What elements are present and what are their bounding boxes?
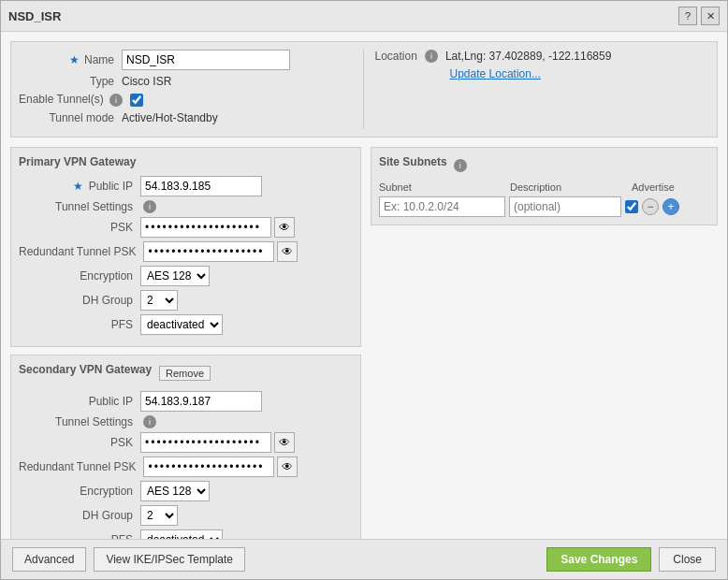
primary-pfs-select[interactable]: deactivated activated	[140, 314, 223, 335]
primary-public-ip-row: ★ Public IP	[19, 176, 353, 196]
main-panels: Primary VPN Gateway ★ Public IP Tunnel S…	[10, 147, 718, 539]
dialog-content: ★ Name Type Cisco ISR Enable Tunnel(s) i	[1, 32, 727, 539]
secondary-dh-group-label: DH Group	[19, 509, 140, 522]
right-panel: Site Subnets i Subnet Description Advert…	[371, 147, 718, 539]
secondary-vpn-panel: Secondary VPN Gateway Remove Public IP T…	[10, 355, 361, 539]
secondary-redundant-psk-show-button[interactable]: 👁	[277, 457, 298, 477]
type-row: Type Cisco ISR	[19, 75, 354, 88]
primary-dh-group-row: DH Group 1 2 5 14	[19, 290, 353, 311]
add-subnet-button[interactable]: +	[662, 198, 679, 215]
secondary-psk-field: 👁	[140, 432, 295, 453]
secondary-pfs-row: PFS deactivated activated	[19, 529, 353, 539]
secondary-psk-show-button[interactable]: 👁	[274, 432, 295, 453]
primary-psk-input[interactable]	[140, 217, 271, 238]
primary-dh-group-select[interactable]: 1 2 5 14	[140, 290, 178, 311]
primary-tunnel-settings-row: Tunnel Settings i	[19, 200, 353, 213]
enable-tunnels-checkbox[interactable]	[130, 94, 143, 107]
dialog-footer: Advanced View IKE/IPSec Template Save Ch…	[1, 539, 727, 579]
save-changes-button[interactable]: Save Changes	[546, 547, 651, 572]
secondary-redundant-psk-input[interactable]	[143, 457, 274, 477]
secondary-encryption-select[interactable]: AES 128 AES 256 3DES	[140, 481, 210, 501]
type-label: Type	[19, 75, 122, 88]
description-input[interactable]	[509, 196, 621, 217]
site-subnets-header: Site Subnets i	[379, 155, 709, 176]
primary-encryption-label: Encryption	[19, 269, 140, 283]
tunnel-mode-row: Tunnel mode Active/Hot-Standby	[19, 111, 354, 124]
dialog-window: NSD_ISR ? ✕ ★ Name Type Cisco ISR	[0, 0, 728, 580]
dialog-title: NSD_ISR	[8, 9, 61, 23]
site-subnets-title: Site Subnets	[379, 155, 447, 168]
primary-redundant-psk-row: Redundant Tunnel PSK 👁	[19, 241, 353, 262]
primary-encryption-row: Encryption AES 128 AES 256 3DES	[19, 266, 353, 286]
footer-right: Save Changes Close	[546, 547, 716, 572]
enable-tunnels-info-icon[interactable]: i	[109, 94, 123, 107]
secondary-dh-group-select[interactable]: 1 2 5 14	[140, 505, 178, 526]
location-label: Location	[375, 50, 417, 63]
primary-psk-field: 👁	[140, 217, 295, 238]
secondary-encryption-row: Encryption AES 128 AES 256 3DES	[19, 481, 353, 501]
primary-tunnel-settings-info-icon[interactable]: i	[143, 200, 156, 213]
primary-pfs-row: PFS deactivated activated	[19, 314, 353, 335]
subnet-col-adv-header: Advertise	[632, 181, 697, 193]
secondary-psk-row: PSK 👁	[19, 432, 353, 453]
secondary-redundant-psk-field: 👁	[143, 457, 298, 477]
location-row: Location i Lat,Lng: 37.402889, -122.1168…	[375, 50, 710, 63]
secondary-public-ip-label: Public IP	[19, 395, 140, 408]
subnet-col-subnet-header: Subnet	[379, 181, 510, 193]
remove-secondary-vpn-button[interactable]: Remove	[159, 366, 211, 381]
top-left: ★ Name Type Cisco ISR Enable Tunnel(s) i	[19, 50, 354, 129]
secondary-vpn-title: Secondary VPN Gateway	[19, 363, 152, 376]
secondary-redundant-psk-label: Redundant Tunnel PSK	[19, 460, 143, 473]
secondary-redundant-psk-row: Redundant Tunnel PSK 👁	[19, 457, 353, 477]
close-window-button[interactable]: ✕	[701, 7, 720, 25]
secondary-public-ip-input[interactable]	[140, 391, 262, 412]
site-subnets-panel: Site Subnets i Subnet Description Advert…	[371, 147, 718, 225]
primary-psk-show-button[interactable]: 👁	[274, 217, 295, 238]
primary-redundant-psk-input[interactable]	[143, 241, 274, 262]
secondary-encryption-label: Encryption	[19, 485, 140, 498]
location-coords: Lat,Lng: 37.402889, -122.116859	[445, 50, 612, 63]
primary-public-ip-input[interactable]	[140, 176, 262, 196]
secondary-tunnel-settings-label: Tunnel Settings	[19, 415, 140, 428]
primary-tunnel-settings-label: Tunnel Settings	[19, 200, 140, 213]
type-value: Cisco ISR	[122, 75, 171, 88]
advertise-checkbox[interactable]	[625, 200, 638, 213]
subnet-input[interactable]	[379, 196, 505, 217]
site-subnets-info-icon[interactable]: i	[454, 159, 467, 172]
enable-tunnels-row: Enable Tunnel(s) i	[19, 93, 354, 107]
subnet-column-headers: Subnet Description Advertise	[379, 181, 709, 193]
subnet-row: − +	[379, 196, 709, 217]
primary-psk-row: PSK 👁	[19, 217, 353, 238]
primary-psk-label: PSK	[19, 221, 140, 234]
secondary-pfs-select[interactable]: deactivated activated	[140, 529, 223, 539]
update-location-link[interactable]: Update Location...	[375, 67, 710, 80]
help-button[interactable]: ?	[678, 7, 697, 25]
location-info-icon[interactable]: i	[425, 50, 438, 63]
top-section: ★ Name Type Cisco ISR Enable Tunnel(s) i	[10, 41, 718, 138]
tunnel-mode-label: Tunnel mode	[19, 111, 122, 124]
view-template-button[interactable]: View IKE/IPSec Template	[94, 547, 245, 572]
secondary-psk-input[interactable]	[140, 432, 271, 453]
primary-vpn-title: Primary VPN Gateway	[19, 155, 353, 168]
name-input[interactable]	[122, 50, 290, 70]
secondary-tunnel-settings-info-icon[interactable]: i	[143, 415, 156, 428]
secondary-public-ip-row: Public IP	[19, 391, 353, 412]
titlebar-buttons: ? ✕	[678, 7, 720, 25]
primary-redundant-psk-label: Redundant Tunnel PSK	[19, 245, 143, 258]
enable-tunnels-label: Enable Tunnel(s) i	[19, 93, 130, 107]
left-panels: Primary VPN Gateway ★ Public IP Tunnel S…	[10, 147, 361, 539]
primary-public-ip-label: ★ Public IP	[19, 180, 140, 193]
primary-vpn-panel: Primary VPN Gateway ★ Public IP Tunnel S…	[10, 147, 361, 347]
close-button[interactable]: Close	[659, 547, 716, 572]
primary-encryption-select[interactable]: AES 128 AES 256 3DES	[140, 266, 210, 286]
remove-subnet-button[interactable]: −	[642, 198, 659, 215]
secondary-dh-group-row: DH Group 1 2 5 14	[19, 505, 353, 526]
top-right: Location i Lat,Lng: 37.402889, -122.1168…	[363, 50, 710, 129]
advanced-button[interactable]: Advanced	[12, 547, 86, 572]
secondary-tunnel-settings-row: Tunnel Settings i	[19, 415, 353, 428]
subnet-col-desc-header: Description	[510, 181, 632, 193]
primary-dh-group-label: DH Group	[19, 294, 140, 307]
primary-pfs-label: PFS	[19, 318, 140, 331]
primary-redundant-psk-show-button[interactable]: 👁	[277, 241, 298, 262]
tunnel-mode-value: Active/Hot-Standby	[122, 111, 218, 124]
